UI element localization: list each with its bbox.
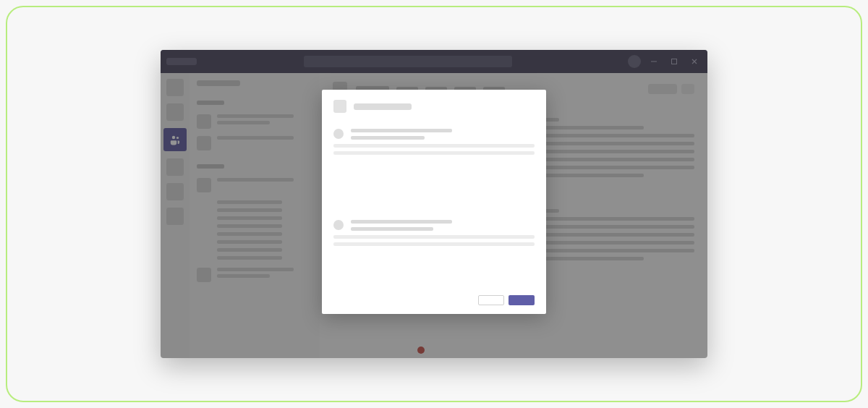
modal-option[interactable]	[333, 129, 535, 140]
modal-footer	[333, 295, 535, 305]
illustration-frame: App	[6, 6, 862, 402]
modal-app-icon	[333, 100, 346, 113]
modal-dialog	[322, 90, 546, 314]
option-icon	[333, 129, 344, 139]
app-window: App	[161, 50, 707, 358]
option-description	[333, 235, 535, 239]
modal-title	[354, 103, 412, 110]
modal-confirm-button[interactable]	[509, 295, 535, 305]
modal-option[interactable]	[333, 220, 535, 231]
modal-header	[333, 100, 535, 113]
option-description	[333, 144, 535, 148]
option-icon	[333, 220, 344, 230]
option-heading	[351, 129, 452, 132]
modal-cancel-button[interactable]	[478, 295, 504, 305]
option-heading	[351, 220, 452, 224]
